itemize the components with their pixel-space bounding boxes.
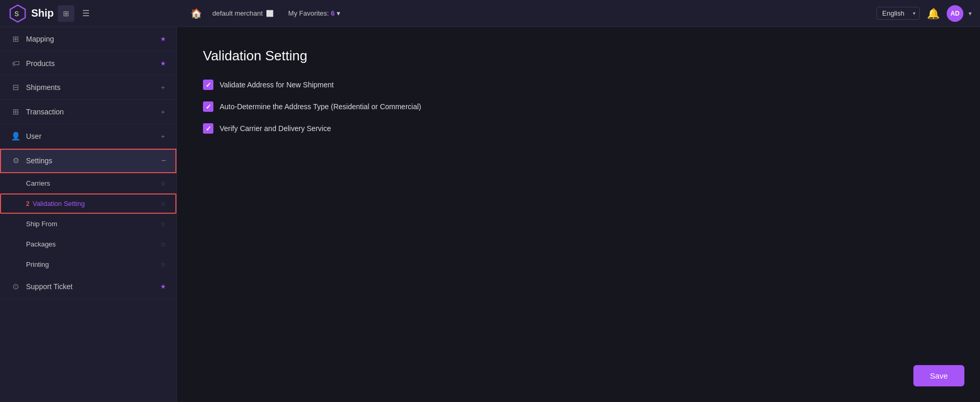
- logo-icon: S: [8, 4, 27, 23]
- page-title: Validation Setting: [203, 48, 954, 64]
- mapping-star-icon[interactable]: ★: [160, 35, 166, 43]
- merchant-name: default merchant: [212, 9, 263, 17]
- packages-star-icon[interactable]: ☆: [160, 241, 166, 248]
- sidebar-item-settings[interactable]: ⚙ Settings −: [0, 149, 176, 173]
- sidebar-subitem-validation-setting[interactable]: 2 Validation Setting ☆: [0, 193, 176, 214]
- language-select[interactable]: English: [876, 7, 920, 20]
- sidebar: ⊞ Mapping ★ 🏷 Products ★ ⊟ Shipments ＋ ⊞…: [0, 27, 177, 402]
- products-label: Products: [26, 59, 155, 68]
- ship-from-star-icon[interactable]: ☆: [160, 221, 166, 228]
- checkbox-item-auto-determine: Auto-Determine the Address Type (Residen…: [203, 101, 954, 112]
- carriers-star-icon[interactable]: ☆: [160, 180, 166, 187]
- topnav-right: English 🔔 AD ▾: [876, 5, 972, 22]
- bell-icon: 🔔: [927, 7, 940, 20]
- sidebar-subitem-ship-from[interactable]: Ship From ☆: [0, 214, 176, 234]
- language-wrapper: English: [876, 7, 920, 20]
- svg-text:S: S: [15, 10, 19, 17]
- main-layout: ⊞ Mapping ★ 🏷 Products ★ ⊟ Shipments ＋ ⊞…: [0, 27, 980, 402]
- packages-label: Packages: [26, 240, 160, 248]
- support-icon: ⊙: [10, 282, 21, 291]
- validation-badge: 2: [26, 200, 30, 208]
- user-plus-icon[interactable]: ＋: [160, 132, 166, 141]
- merchant-info: default merchant ⬜: [212, 9, 274, 17]
- avatar: AD: [947, 5, 963, 22]
- sidebar-item-transaction[interactable]: ⊞ Transaction ＋: [0, 100, 176, 124]
- logo-area: S Ship ⊞ ☰: [8, 4, 180, 23]
- settings-minus-icon[interactable]: −: [161, 156, 166, 165]
- carriers-label: Carriers: [26, 179, 160, 187]
- printing-star-icon[interactable]: ☆: [160, 261, 166, 268]
- favorites-count: 6: [331, 9, 335, 17]
- printing-label: Printing: [26, 261, 160, 268]
- products-icon: 🏷: [10, 59, 21, 68]
- sidebar-subitem-packages[interactable]: Packages ☆: [0, 234, 176, 254]
- ship-from-label: Ship From: [26, 220, 160, 228]
- user-label: User: [26, 132, 155, 140]
- top-navigation: S Ship ⊞ ☰ 🏠 default merchant ⬜ My Favor…: [0, 0, 980, 27]
- shipments-icon: ⊟: [10, 83, 21, 92]
- validate-address-label: Validate Address for New Shipment: [220, 81, 334, 89]
- menu-button[interactable]: ☰: [79, 6, 93, 21]
- sidebar-subitem-carriers[interactable]: Carriers ☆: [0, 173, 176, 193]
- shipments-label: Shipments: [26, 83, 155, 92]
- favorites-chevron-icon: ▾: [337, 9, 340, 17]
- sidebar-item-mapping[interactable]: ⊞ Mapping ★: [0, 27, 176, 51]
- products-star-icon[interactable]: ★: [160, 60, 166, 67]
- transaction-icon: ⊞: [10, 107, 21, 116]
- user-icon: 👤: [10, 132, 21, 141]
- app-title: Ship: [31, 7, 54, 19]
- verify-carrier-checkbox[interactable]: [203, 123, 213, 134]
- transaction-label: Transaction: [26, 108, 155, 116]
- grid-button[interactable]: ⊞: [58, 5, 74, 22]
- save-button[interactable]: Save: [913, 365, 964, 386]
- transaction-plus-icon[interactable]: ＋: [160, 108, 166, 116]
- home-icon[interactable]: 🏠: [190, 8, 202, 19]
- auto-determine-label: Auto-Determine the Address Type (Residen…: [220, 102, 421, 111]
- favorites-area[interactable]: My Favorites: 6 ▾: [288, 9, 340, 17]
- shipments-plus-icon[interactable]: ＋: [160, 83, 166, 92]
- mapping-icon: ⊞: [10, 34, 21, 44]
- mapping-label: Mapping: [26, 35, 155, 43]
- screen-icon: ⬜: [266, 10, 274, 17]
- content-area: Validation Setting Validate Address for …: [177, 27, 980, 402]
- support-star-icon[interactable]: ★: [160, 283, 166, 290]
- verify-carrier-label: Verify Carrier and Delivery Service: [220, 124, 331, 133]
- checkbox-item-verify-carrier: Verify Carrier and Delivery Service: [203, 123, 954, 134]
- validation-star-icon[interactable]: ☆: [160, 200, 166, 208]
- settings-icon: ⚙: [10, 156, 21, 165]
- sidebar-item-products[interactable]: 🏷 Products ★: [0, 51, 176, 75]
- notification-button[interactable]: 🔔: [925, 5, 941, 22]
- sidebar-item-user[interactable]: 👤 User ＋: [0, 124, 176, 149]
- support-label: Support Ticket: [26, 282, 155, 291]
- sidebar-subitem-printing[interactable]: Printing ☆: [0, 254, 176, 275]
- validate-address-checkbox[interactable]: [203, 80, 213, 90]
- sidebar-item-shipments[interactable]: ⊟ Shipments ＋: [0, 75, 176, 100]
- validation-setting-label: Validation Setting: [33, 200, 160, 208]
- avatar-initials: AD: [950, 10, 959, 17]
- auto-determine-checkbox[interactable]: [203, 101, 213, 112]
- home-area: 🏠: [190, 8, 202, 19]
- avatar-chevron-icon[interactable]: ▾: [969, 10, 972, 17]
- checkbox-item-validate-address: Validate Address for New Shipment: [203, 80, 954, 90]
- settings-label: Settings: [26, 157, 156, 165]
- favorites-label: My Favorites:: [288, 9, 329, 17]
- topnav-left: S Ship ⊞ ☰ 🏠 default merchant ⬜ My Favor…: [8, 4, 876, 23]
- sidebar-item-support-ticket[interactable]: ⊙ Support Ticket ★: [0, 275, 176, 299]
